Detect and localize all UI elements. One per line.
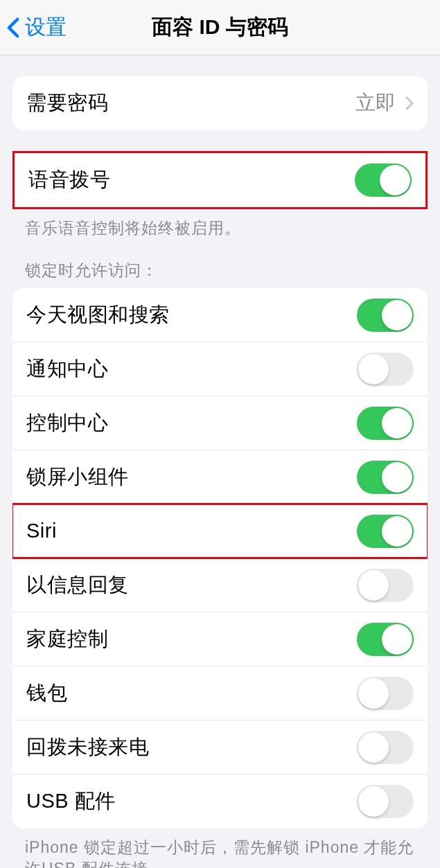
lock-access-row: 锁屏小组件 [12,450,428,504]
toggle-knob [382,516,412,547]
lock-access-label: 回拨未接来电 [26,734,149,761]
chevron-right-icon [405,96,414,110]
lock-access-label: 以信息回复 [26,572,129,599]
lock-access-label: USB 配件 [26,788,116,815]
lock-access-toggle[interactable] [357,785,414,818]
lock-access-toggle[interactable] [357,677,414,710]
lock-access-label: 家庭控制 [26,626,108,653]
require-passcode-label: 需要密码 [26,89,108,117]
lock-access-label: Siri [26,520,57,542]
voice-dial-footer: 音乐语音控制将始终被启用。 [0,209,440,239]
toggle-knob [382,300,412,330]
lock-access-toggle[interactable] [357,731,414,764]
lock-access-footer: iPhone 锁定超过一小时后，需先解锁 iPhone 才能允许USB 配件连接… [0,829,440,868]
toggle-knob [382,462,412,493]
lock-access-row: 以信息回复 [12,558,428,612]
lock-access-row: USB 配件 [12,774,428,829]
lock-access-row: 今天视图和搜索 [12,288,428,342]
content: 需要密码 立即 语音拨号 音乐语音控制将始终被启用。 锁定时允许访问： 今天视图… [0,76,440,868]
lock-access-label: 今天视图和搜索 [26,301,170,329]
back-button[interactable]: 设置 [0,13,67,42]
chevron-left-icon [7,17,19,38]
page-title: 面容 ID 与密码 [152,13,288,42]
lock-access-label: 控制中心 [26,409,108,437]
lock-access-row: 钱包 [12,666,428,720]
lock-access-row: 家庭控制 [12,612,428,666]
passcode-group: 需要密码 立即 [12,76,428,130]
require-passcode-row[interactable]: 需要密码 立即 [12,76,428,130]
voice-dial-group: 语音拨号 [12,151,428,209]
lock-access-row: 控制中心 [12,396,428,450]
lock-access-toggle[interactable] [357,623,414,656]
lock-access-toggle[interactable] [357,407,414,440]
toggle-knob [358,354,389,384]
lock-access-row: 通知中心 [12,342,428,396]
lock-access-toggle[interactable] [357,461,414,494]
lock-access-row: 回拨未接来电 [12,720,428,774]
lock-access-toggle[interactable] [357,299,414,332]
lock-access-label: 通知中心 [26,355,108,383]
lock-access-group: 今天视图和搜索通知中心控制中心锁屏小组件Siri以信息回复家庭控制钱包回拨未接来… [12,288,428,829]
lock-access-label: 钱包 [26,680,67,707]
nav-bar: 设置 面容 ID 与密码 [0,0,440,55]
lock-access-toggle[interactable] [357,353,414,386]
require-passcode-value: 立即 [355,89,396,117]
voice-dial-row: 语音拨号 [15,153,425,207]
lock-access-header: 锁定时允许访问： [0,239,440,288]
toggle-knob [358,570,389,601]
lock-access-toggle[interactable] [357,569,414,602]
voice-dial-toggle[interactable] [355,163,412,197]
lock-access-label: 锁屏小组件 [26,463,129,491]
toggle-knob [358,678,389,709]
require-passcode-detail: 立即 [355,89,414,117]
toggle-knob [380,165,410,195]
toggle-knob [358,732,389,763]
toggle-knob [382,624,412,655]
toggle-knob [382,408,412,439]
toggle-knob [358,786,389,817]
lock-access-row: Siri [12,504,428,558]
lock-access-toggle[interactable] [357,515,414,548]
voice-dial-label: 语音拨号 [28,166,110,194]
back-label: 设置 [25,13,67,42]
